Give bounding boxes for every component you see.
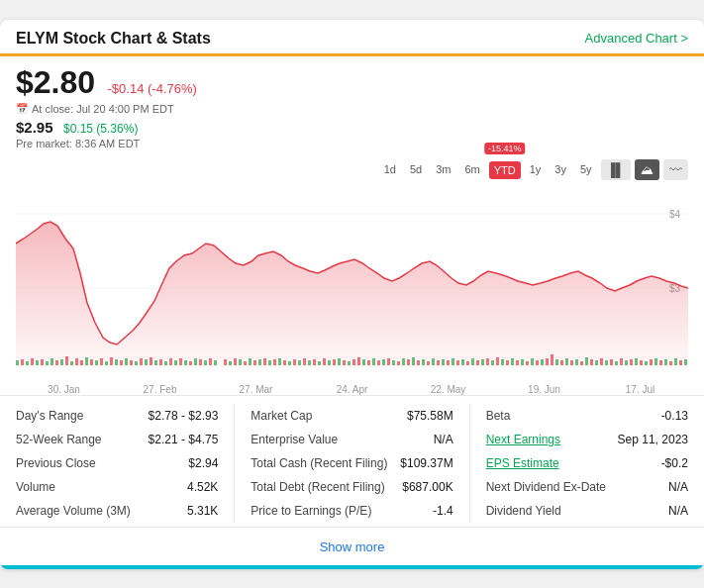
svg-rect-126: [620, 358, 623, 365]
price-section: $2.80 -$0.14 (-4.76%) 📅 At close: Jul 20…: [0, 56, 704, 153]
svg-rect-65: [318, 361, 321, 365]
svg-rect-124: [610, 359, 613, 365]
svg-rect-37: [174, 360, 177, 365]
svg-rect-118: [580, 361, 583, 365]
line-chart-btn[interactable]: 〰: [663, 159, 688, 180]
svg-rect-43: [204, 360, 207, 365]
svg-rect-33: [154, 360, 157, 365]
svg-rect-119: [585, 357, 588, 365]
stat-value-days-range: $2.78 - $2.93: [149, 409, 219, 423]
svg-rect-39: [184, 360, 187, 365]
ytd-badge: -15.41%: [484, 143, 526, 154]
svg-rect-113: [555, 359, 558, 365]
stat-row-div-yield: Dividend Yield N/A: [486, 499, 688, 523]
svg-rect-53: [258, 359, 261, 365]
svg-rect-137: [674, 358, 677, 365]
svg-rect-109: [536, 360, 539, 365]
svg-rect-69: [338, 358, 341, 365]
pre-market-change: $0.15 (5.36%): [63, 122, 138, 136]
bottom-teal-bar: [0, 565, 704, 569]
main-price-row: $2.80 -$0.14 (-4.76%): [16, 64, 688, 101]
stat-row-volume: Volume 4.52K: [16, 475, 218, 499]
svg-rect-116: [570, 360, 573, 365]
chart-controls: 1d 5d 3m 6m -15.41% YTD 1y 3y 5y ▐▌ ⛰ 〰: [0, 153, 704, 184]
x-label-jan: 30. Jan: [16, 384, 112, 395]
svg-rect-45: [214, 360, 217, 365]
main-price: $2.80: [16, 64, 95, 100]
stat-label-mkt-cap: Market Cap: [251, 409, 312, 423]
svg-rect-12: [50, 358, 53, 365]
svg-rect-47: [229, 361, 232, 365]
stat-label-ent-value: Enterprise Value: [251, 433, 338, 446]
time-btn-3y[interactable]: 3y: [550, 160, 571, 178]
svg-rect-120: [590, 359, 593, 365]
stat-value-eps: -$0.2: [661, 456, 688, 470]
stat-label-eps[interactable]: EPS Estimate: [486, 456, 559, 470]
stat-value-div-exdate: N/A: [668, 480, 688, 494]
svg-rect-66: [323, 358, 326, 365]
svg-rect-16: [70, 361, 73, 365]
svg-rect-138: [679, 360, 682, 365]
calendar-icon: 📅: [16, 103, 28, 114]
svg-rect-110: [541, 359, 544, 365]
svg-rect-22: [100, 358, 103, 365]
stat-row-div-exdate: Next Dividend Ex-Date N/A: [486, 475, 688, 499]
svg-rect-61: [298, 360, 301, 365]
time-btn-ytd[interactable]: YTD: [489, 161, 521, 179]
stat-label-total-cash: Total Cash (Recent Filing): [251, 456, 387, 470]
svg-rect-79: [387, 358, 390, 365]
svg-rect-98: [481, 359, 484, 365]
svg-rect-111: [546, 358, 549, 365]
svg-rect-90: [442, 359, 445, 365]
svg-rect-112: [551, 354, 553, 365]
price-change: -$0.14 (-4.76%): [108, 81, 197, 96]
bar-chart-btn[interactable]: ▐▌: [601, 159, 631, 180]
svg-rect-131: [645, 361, 648, 365]
chart-svg: $4 $3: [16, 184, 688, 382]
svg-rect-88: [432, 358, 435, 365]
svg-rect-93: [456, 360, 459, 365]
svg-rect-87: [427, 361, 430, 365]
stat-label-next-earnings[interactable]: Next Earnings: [486, 433, 560, 446]
time-btn-3m[interactable]: 3m: [431, 160, 455, 178]
time-btn-5d[interactable]: 5d: [405, 160, 427, 178]
stat-label-div-yield: Dividend Yield: [486, 504, 561, 518]
time-btn-1d[interactable]: 1d: [379, 160, 401, 178]
svg-rect-21: [95, 360, 98, 365]
stat-label-prev-close: Previous Close: [16, 456, 96, 470]
show-more-button[interactable]: Show more: [320, 539, 385, 554]
svg-rect-129: [635, 358, 638, 365]
mountain-chart-btn[interactable]: ⛰: [635, 159, 659, 180]
pre-market-price: $2.95: [16, 119, 53, 136]
stat-value-52wk-range: $2.21 - $4.75: [149, 433, 219, 446]
x-label-may: 22. May: [400, 384, 496, 395]
stats-section: Day's Range $2.78 - $2.93 52-Week Range …: [0, 395, 704, 527]
svg-rect-84: [412, 357, 415, 365]
time-btn-1y[interactable]: 1y: [525, 160, 547, 178]
svg-rect-60: [293, 359, 296, 365]
svg-rect-15: [65, 356, 68, 365]
svg-rect-104: [511, 358, 514, 365]
svg-rect-80: [392, 360, 395, 365]
svg-rect-133: [654, 358, 657, 365]
stat-value-div-yield: N/A: [668, 504, 688, 518]
stat-value-prev-close: $2.94: [188, 456, 218, 470]
ytd-btn-container: -15.41% YTD: [489, 160, 521, 179]
stat-value-volume: 4.52K: [187, 480, 218, 494]
time-btn-5y[interactable]: 5y: [575, 160, 597, 178]
svg-rect-41: [194, 358, 197, 365]
stat-label-beta: Beta: [486, 409, 511, 423]
pre-market-label: Pre market: 8:36 AM EDT: [16, 138, 688, 149]
svg-rect-95: [466, 361, 469, 365]
time-btn-6m[interactable]: 6m: [459, 160, 484, 178]
svg-rect-55: [268, 360, 271, 365]
svg-rect-115: [565, 358, 568, 365]
svg-rect-75: [367, 360, 370, 365]
svg-rect-72: [352, 359, 355, 365]
advanced-chart-link[interactable]: Advanced Chart >: [585, 31, 688, 46]
svg-rect-59: [288, 361, 291, 365]
x-axis-labels: 30. Jan 27. Feb 27. Mar 24. Apr 22. May …: [16, 382, 688, 395]
svg-rect-132: [650, 359, 653, 365]
stat-value-next-earnings: Sep 11, 2023: [618, 433, 688, 446]
svg-rect-122: [600, 358, 603, 365]
